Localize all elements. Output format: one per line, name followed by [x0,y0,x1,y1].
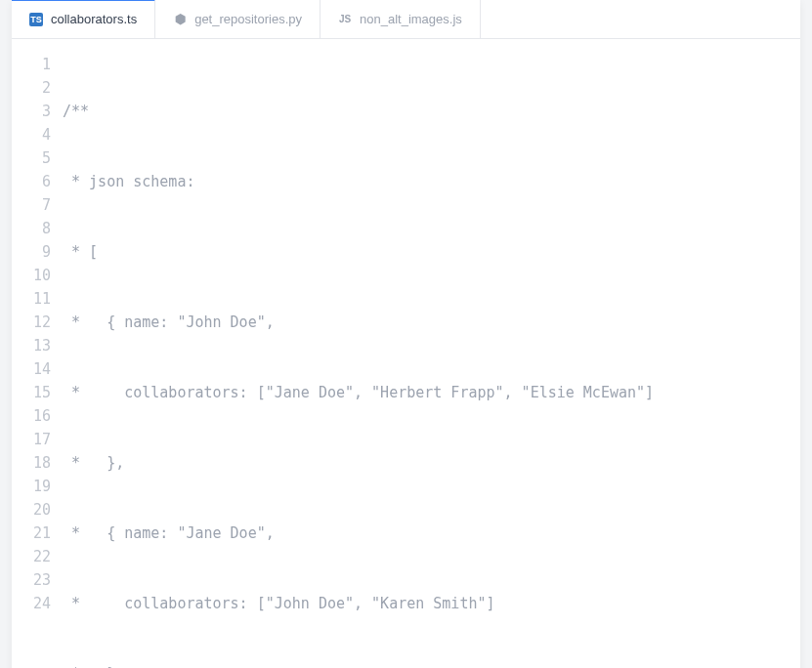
tab-get-repositories[interactable]: ⬢ get_repositories.py [155,0,321,38]
line-number: 2 [12,76,51,100]
line-number: 3 [12,100,51,123]
code-comment: * collaborators: ["Jane Doe", "Herbert F… [63,384,654,401]
code-comment: * collaborators: ["John Doe", "Karen Smi… [63,595,495,612]
tab-non-alt-images[interactable]: JS non_alt_images.js [321,0,481,38]
line-number-gutter: 1 2 3 4 5 6 7 8 9 10 11 12 13 14 15 16 1… [12,53,63,668]
javascript-icon: JS [338,13,352,26]
line-number: 17 [12,428,51,451]
code-comment: * }, [63,454,124,472]
line-number: 11 [12,287,51,311]
line-number: 13 [12,334,51,357]
tab-label: non_alt_images.js [360,12,462,26]
code-area[interactable]: 1 2 3 4 5 6 7 8 9 10 11 12 13 14 15 16 1… [12,39,800,668]
tab-label: get_repositories.py [194,12,302,26]
code-comment: /** [63,103,89,120]
editor-container: TS collaborators.ts ⬢ get_repositories.p… [12,0,800,668]
line-number: 19 [12,475,51,498]
code-comment: * { name: "John Doe", [63,313,275,331]
tab-bar: TS collaborators.ts ⬢ get_repositories.p… [12,0,800,39]
line-number: 5 [12,146,51,170]
code-comment: * [ [63,243,98,261]
line-number: 24 [12,592,51,615]
line-number: 20 [12,498,51,522]
line-number: 1 [12,53,51,76]
line-number: 8 [12,217,51,240]
line-number: 16 [12,404,51,428]
tab-collaborators[interactable]: TS collaborators.ts [12,0,155,38]
code-comment: * json schema: [63,173,194,190]
line-number: 22 [12,545,51,568]
line-number: 14 [12,357,51,381]
line-number: 10 [12,264,51,287]
line-number: 9 [12,240,51,264]
line-number: 12 [12,311,51,334]
typescript-icon: TS [29,13,43,26]
line-number: 21 [12,522,51,545]
tab-label: collaborators.ts [51,12,137,26]
line-number: 23 [12,568,51,592]
line-number: 15 [12,381,51,404]
code-content[interactable]: /** * json schema: * [ * { name: "John D… [63,53,800,668]
python-icon: ⬢ [173,13,187,26]
line-number: 7 [12,193,51,217]
code-comment: * { name: "Jane Doe", [63,524,275,542]
line-number: 4 [12,123,51,146]
line-number: 18 [12,451,51,475]
line-number: 6 [12,170,51,193]
